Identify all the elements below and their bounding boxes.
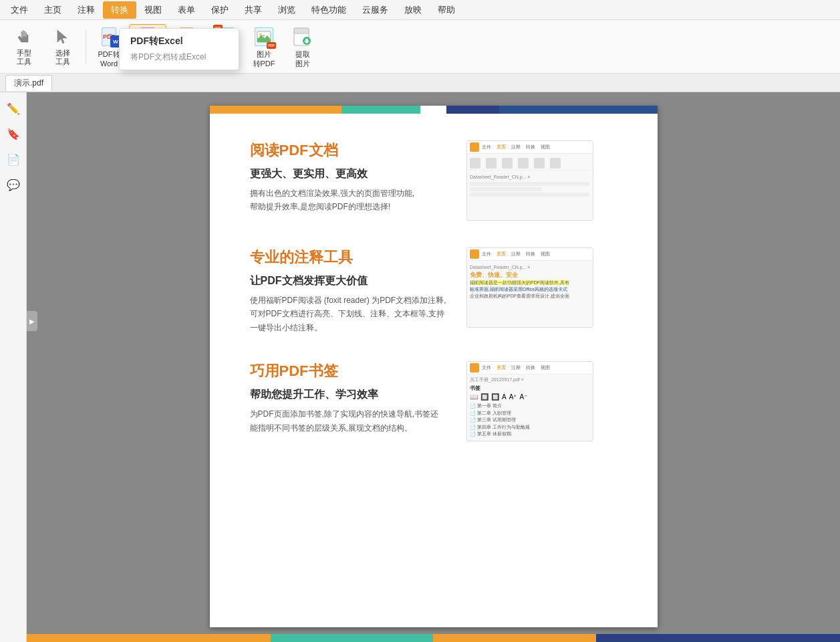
bar-orange (210, 106, 341, 114)
menu-special[interactable]: 特色功能 (303, 1, 354, 19)
section1-body: 拥有出色的文档渲染效果,强大的页面管理功能,帮助提升效率,是您阅读PDF的理想选… (250, 187, 447, 214)
tooltip-title: PDF转Excel (130, 35, 228, 47)
pdf-viewer[interactable]: 阅读PDF文档 更强大、更实用、更高效 拥有出色的文档渲染效果,强大的页面管理功… (27, 92, 840, 642)
sidebar-bookmark-btn[interactable]: 🔖 (3, 123, 24, 144)
bar-darkblue (446, 106, 499, 114)
main-content-area: 阅读PDF文档 更强大、更实用、更高效 拥有出色的文档渲染效果,强大的页面管理功… (27, 92, 840, 642)
tab-bar: 演示.pdf (0, 74, 840, 92)
collapse-sidebar-button[interactable]: ▶ (27, 311, 37, 331)
app-screenshot-3: 文件 主页 注释 转换 视图 员工手册_20120917.pdf × 书签 (466, 361, 593, 441)
edit-icon: ✏️ (7, 102, 20, 115)
separator-1 (86, 30, 86, 64)
hand-icon (12, 27, 36, 48)
extract-image-button[interactable]: 提取图片 (284, 24, 321, 70)
bar-white (420, 106, 446, 114)
svg-rect-2 (24, 31, 25, 37)
svg-rect-3 (25, 32, 27, 37)
section2-title: 专业的注释工具 (250, 247, 447, 268)
menu-convert[interactable]: 转换 (103, 1, 136, 19)
pdf-section-2: 专业的注释工具 让PDF文档发挥更大价值 使用福昕PDF阅读器 (foxit r… (250, 247, 631, 334)
extract-icon (291, 25, 315, 49)
bar-teal (341, 106, 420, 114)
pdf-section-3: 巧用PDF书签 帮助您提升工作、学习效率 为PDF页面添加书签,除了实现内容的快… (250, 361, 631, 441)
file-tab[interactable]: 演示.pdf (5, 75, 52, 91)
file-tab-label: 演示.pdf (14, 78, 43, 89)
menu-home[interactable]: 主页 (36, 1, 69, 19)
section1-title: 阅读PDF文档 (250, 140, 447, 160)
menu-annotation[interactable]: 注释 (69, 1, 103, 19)
hand-tool-button[interactable]: 手型工具 (5, 24, 43, 70)
select-tool-label: 选择工具 (55, 49, 70, 66)
section2-body: 使用福昕PDF阅读器 (foxit reader) 为PDF文档添加注释,可对P… (250, 294, 447, 334)
menu-form[interactable]: 表单 (170, 1, 203, 19)
image-to-pdf-label: 图片转PDF (253, 50, 275, 68)
tooltip-description: 将PDF文档转成Excel (130, 51, 228, 63)
image-to-pdf-button[interactable]: PDF → 图片转PDF (245, 24, 283, 70)
section2-screenshot: 文件 主页 注释 转换 视图 Datasheet_Reader_CN.p... … (466, 247, 630, 334)
cursor-icon (51, 27, 75, 48)
pdf-excel-tooltip: PDF转Excel 将PDF文档转成Excel (119, 28, 239, 70)
sidebar-page-btn[interactable]: 📄 (3, 148, 24, 170)
image-to-pdf-icon: PDF → (252, 25, 276, 49)
left-sidebar: ✏️ 🔖 📄 💬 (0, 92, 27, 642)
app-logo-3 (470, 363, 479, 372)
pdf-page-content: 阅读PDF文档 更强大、更实用、更高效 拥有出色的文档渲染效果,强大的页面管理功… (210, 114, 658, 481)
svg-rect-1 (23, 30, 24, 37)
extract-image-label: 提取图片 (295, 50, 310, 68)
app-logo-1 (470, 142, 479, 152)
section1-screenshot: 文件 主页 注释 转换 视图 (466, 140, 630, 221)
pdf-to-word-label: PDF转Word (98, 50, 120, 68)
bar-rest (499, 106, 657, 114)
section1-title-text: 阅读PDF文档 (250, 142, 338, 158)
bottom-color-strip (27, 634, 840, 642)
app-logo-2 (470, 249, 479, 259)
comment-icon: 💬 (7, 179, 20, 191)
bookmark-icon: 🔖 (7, 128, 20, 140)
page-top-color-bar (210, 106, 658, 114)
menubar: 文件 主页 注释 转换 视图 表单 保护 共享 浏览 特色功能 云服务 放映 帮… (0, 0, 840, 20)
menu-protect[interactable]: 保护 (203, 1, 237, 19)
sidebar-edit-btn[interactable]: ✏️ (3, 98, 24, 119)
section2-subtitle: 让PDF文档发挥更大价值 (250, 274, 447, 288)
section1-text: 阅读PDF文档 更强大、更实用、更高效 拥有出色的文档渲染效果,强大的页面管理功… (250, 140, 447, 221)
hand-tool-label: 手型工具 (17, 49, 31, 66)
menu-slideshow[interactable]: 放映 (396, 1, 430, 19)
section1-subtitle: 更强大、更实用、更高效 (250, 167, 447, 181)
app-screenshot-2: 文件 主页 注释 转换 视图 Datasheet_Reader_CN.p... … (466, 247, 593, 328)
page-icon: 📄 (7, 153, 20, 166)
section3-subtitle: 帮助您提升工作、学习效率 (250, 388, 447, 402)
menu-browse[interactable]: 浏览 (270, 1, 303, 19)
menu-view[interactable]: 视图 (136, 1, 170, 19)
pdf-section-1: 阅读PDF文档 更强大、更实用、更高效 拥有出色的文档渲染效果,强大的页面管理功… (250, 140, 631, 221)
menu-help[interactable]: 帮助 (430, 1, 463, 19)
section3-title: 巧用PDF书签 (250, 361, 447, 381)
section3-body: 为PDF页面添加书签,除了实现内容的快速导航,书签还能指明不同书签的层级关系,展… (250, 407, 447, 435)
select-tool-button[interactable]: 选择工具 (44, 24, 82, 70)
svg-rect-12 (294, 28, 309, 33)
section3-screenshot: 文件 主页 注释 转换 视图 员工手册_20120917.pdf × 书签 (466, 361, 630, 441)
svg-rect-0 (21, 31, 23, 38)
pdf-page: 阅读PDF文档 更强大、更实用、更高效 拥有出色的文档渲染效果,强大的页面管理功… (210, 106, 658, 627)
sidebar-comment-btn[interactable]: 💬 (3, 174, 24, 195)
section3-text: 巧用PDF书签 帮助您提升工作、学习效率 为PDF页面添加书签,除了实现内容的快… (250, 361, 447, 441)
menu-file[interactable]: 文件 (3, 1, 36, 19)
section2-text: 专业的注释工具 让PDF文档发挥更大价值 使用福昕PDF阅读器 (foxit r… (250, 247, 447, 334)
app-screenshot-1: 文件 主页 注释 转换 视图 (466, 140, 593, 221)
svg-marker-4 (57, 30, 67, 43)
menu-share[interactable]: 共享 (237, 1, 270, 19)
menu-cloud[interactable]: 云服务 (354, 1, 396, 19)
pdf-word-icon: PDF W → (97, 25, 121, 49)
